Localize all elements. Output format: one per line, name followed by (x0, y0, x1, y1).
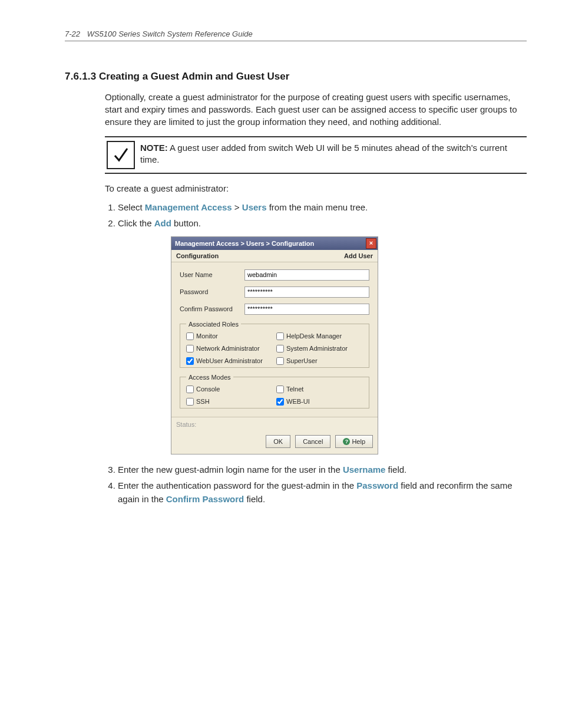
step-4: Enter the authentication password for th… (118, 479, 527, 506)
access-webui[interactable]: WEB-UI (276, 398, 363, 406)
kw-management-access: Management Access (145, 202, 232, 212)
kw-users: Users (242, 202, 267, 212)
section-intro: Optionally, create a guest administrator… (105, 91, 527, 128)
access-ssh[interactable]: SSH (186, 398, 273, 406)
lead-in: To create a guest administrator: (105, 182, 527, 195)
checkbox-webuser[interactable] (186, 357, 194, 365)
roles-fieldset: Associated Roles Monitor HelpDesk Manage… (180, 321, 369, 368)
roles-legend: Associated Roles (186, 321, 241, 328)
access-fieldset: Access Modes Console Telnet SSH WEB-UI (180, 374, 369, 409)
status-label: Status: (176, 421, 196, 428)
dialog-subheader: Configuration Add User (171, 250, 378, 262)
role-webuser[interactable]: WebUser Administrator (186, 357, 273, 365)
row-confirm: Confirm Password (180, 304, 369, 315)
row-username: User Name (180, 269, 369, 281)
role-monitor[interactable]: Monitor (186, 332, 273, 340)
checkbox-sysadmin[interactable] (276, 345, 284, 353)
sub-left: Configuration (176, 252, 219, 259)
note-text: NOTE: A guest user added from switch Web… (137, 141, 527, 169)
checkbox-ssh[interactable] (186, 398, 194, 406)
steps-list-cont: Enter the new guest-admin login name for… (105, 463, 527, 506)
page-number: 7-22 (65, 29, 80, 38)
role-helpdesk[interactable]: HelpDesk Manager (276, 332, 363, 340)
step-1: Select Management Access > Users from th… (118, 200, 527, 214)
access-console[interactable]: Console (186, 386, 273, 393)
kw-password: Password (356, 480, 398, 490)
label-password: Password (180, 288, 244, 295)
button-row: OK Cancel ?Help (171, 431, 378, 454)
section-number: 7.6.1.3 (65, 71, 99, 83)
checkbox-helpdesk[interactable] (276, 332, 284, 340)
access-telnet[interactable]: Telnet (276, 386, 363, 393)
checkbox-console[interactable] (186, 386, 194, 393)
section-heading: 7.6.1.3 Creating a Guest Admin and Guest… (65, 71, 527, 83)
section-title: Creating a Guest Admin and Guest User (99, 71, 289, 83)
kw-add: Add (154, 218, 171, 228)
kw-username: Username (343, 465, 386, 475)
note-body: A guest user added from switch Web UI wi… (140, 143, 507, 164)
confirm-password-field[interactable] (244, 304, 369, 315)
username-field[interactable] (244, 269, 369, 281)
checkbox-monitor[interactable] (186, 332, 194, 340)
step-2: Click the Add button. (118, 216, 527, 230)
checkmark-icon (107, 141, 135, 169)
kw-confirm-password: Confirm Password (166, 494, 244, 504)
role-netadmin[interactable]: Network Administrator (186, 345, 273, 353)
ok-button[interactable]: OK (266, 435, 290, 448)
note-icon-cell (105, 141, 137, 169)
page: 7-22 WS5100 Series Switch System Referen… (0, 0, 562, 543)
doc-title: WS5100 Series Switch System Reference Gu… (87, 29, 253, 38)
close-icon[interactable]: × (366, 238, 376, 249)
checkbox-netadmin[interactable] (186, 345, 194, 353)
role-superuser[interactable]: SuperUser (276, 357, 363, 365)
note-label: NOTE: (140, 143, 168, 153)
running-header: 7-22 WS5100 Series Switch System Referen… (65, 29, 527, 38)
label-username: User Name (180, 271, 244, 278)
checkbox-superuser[interactable] (276, 357, 284, 365)
status-row: Status: (171, 417, 378, 431)
cancel-button[interactable]: Cancel (295, 435, 330, 448)
access-legend: Access Modes (186, 374, 233, 381)
step-3: Enter the new guest-admin login name for… (118, 463, 527, 476)
password-field[interactable] (244, 286, 369, 298)
label-confirm: Confirm Password (180, 305, 244, 312)
checkbox-webui[interactable] (276, 398, 284, 406)
steps-list: Select Management Access > Users from th… (105, 200, 527, 230)
note-box: NOTE: A guest user added from switch Web… (105, 136, 527, 174)
sub-right: Add User (344, 252, 373, 259)
dialog-breadcrumb: Management Access > Users > Configuratio… (175, 240, 314, 247)
header-rule (65, 41, 527, 41)
row-password: Password (180, 286, 369, 298)
dialog-body: User Name Password Confirm Password Asso… (171, 262, 378, 417)
dialog-titlebar[interactable]: Management Access > Users > Configuratio… (171, 237, 378, 250)
checkbox-telnet[interactable] (276, 386, 284, 393)
help-button[interactable]: ?Help (335, 435, 373, 448)
help-icon: ? (343, 438, 350, 445)
role-sysadmin[interactable]: System Administrator (276, 345, 363, 353)
add-user-dialog: Management Access > Users > Configuratio… (171, 236, 378, 454)
